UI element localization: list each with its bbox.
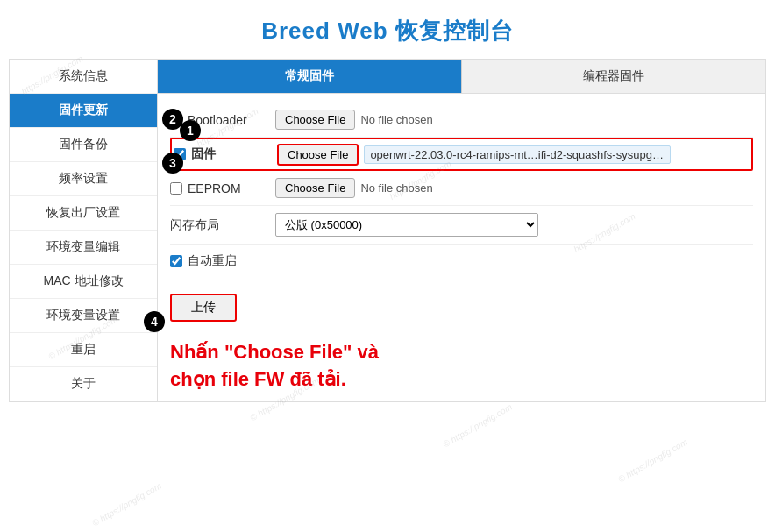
auto-restart-label: 自动重启 [170,253,275,269]
upload-area: 4 上传 [158,287,765,334]
bootloader-file-input: Choose File No file chosen [275,110,753,130]
flash-layout-row: 闪存布局 公版 (0x50000) 其他 [170,206,753,245]
eeprom-label: EEPROM [170,181,275,195]
firmware-choose-file-btn[interactable]: Choose File [277,144,359,166]
page-header: Breed Web 恢复控制台 [0,0,775,59]
tab-programmer-firmware[interactable]: 编程器固件 [462,60,765,93]
flash-layout-select-wrap: 公版 (0x50000) 其他 [275,213,753,237]
sidebar-item-sysinfo[interactable]: 系统信息 [10,60,157,94]
instruction-box: Nhấn "Choose File" và chọn file FW đã tả… [158,339,765,394]
main-content: 2 3 常规固件 编程器固件 Bootloader Cho [158,59,766,402]
eeprom-file-label: No file chosen [360,181,432,195]
main-layout: 1 系统信息 固件更新 固件备份 频率设置 恢复出厂设置 环境变量编辑 MAC … [9,59,766,402]
bootloader-file-label: No file chosen [360,113,432,126]
sidebar-item-firmware-update[interactable]: 固件更新 [10,94,157,128]
eeprom-row: EEPROM Choose File No file chosen [170,171,753,206]
flash-layout-select[interactable]: 公版 (0x50000) 其他 [275,213,538,237]
auto-restart-row: 自动重启 [170,245,753,278]
bootloader-row: Bootloader Choose File No file chosen [170,103,753,138]
tab-normal-firmware[interactable]: 常规固件 [158,60,462,93]
sidebar-item-restore-factory[interactable]: 恢复出厂设置 [10,196,157,231]
sidebar-item-firmware-backup[interactable]: 固件备份 [10,128,157,162]
sidebar-item-mac-modify[interactable]: MAC 地址修改 [10,265,157,299]
form-area: Bootloader Choose File No file chosen 固件… [158,94,765,287]
eeprom-choose-file-btn[interactable]: Choose File [275,178,355,198]
tab-bar: 常规固件 编程器固件 [158,60,765,94]
sidebar-item-env-editor[interactable]: 环境变量编辑 [10,231,157,265]
step-1-badge: 1 [180,120,201,141]
step-2-badge: 2 [162,109,183,130]
instruction-line1: Nhấn "Choose File" và [170,339,753,366]
firmware-label: 固件 [172,146,277,162]
firmware-row: 固件 Choose File openwrt-22.03.0-rc4-ramip… [170,138,753,171]
auto-restart-checkbox[interactable] [170,255,182,267]
sidebar-item-reboot[interactable]: 重启 [10,333,157,367]
firmware-file-input: Choose File openwrt-22.03.0-rc4-ramips-m… [277,144,751,166]
eeprom-file-input: Choose File No file chosen [275,178,753,198]
flash-layout-label: 闪存布局 [170,217,275,233]
sidebar: 系统信息 固件更新 固件备份 频率设置 恢复出厂设置 环境变量编辑 MAC 地址… [9,59,158,402]
step-3-badge: 3 [162,153,183,174]
page-title: Breed Web 恢复控制台 [0,16,775,46]
upload-button[interactable]: 上传 [170,294,237,322]
instruction-line2: chọn file FW đã tải. [170,366,753,394]
sidebar-item-env-settings[interactable]: 环境变量设置 [10,299,157,333]
step-4-badge: 4 [144,311,165,332]
bootloader-choose-file-btn[interactable]: Choose File [275,110,355,130]
sidebar-item-about[interactable]: 关于 [10,367,157,401]
eeprom-checkbox[interactable] [170,182,182,195]
firmware-file-label: openwrt-22.03.0-rc4-ramips-mt…ifi-d2-squ… [364,145,671,164]
sidebar-item-freq-settings[interactable]: 频率设置 [10,162,157,196]
